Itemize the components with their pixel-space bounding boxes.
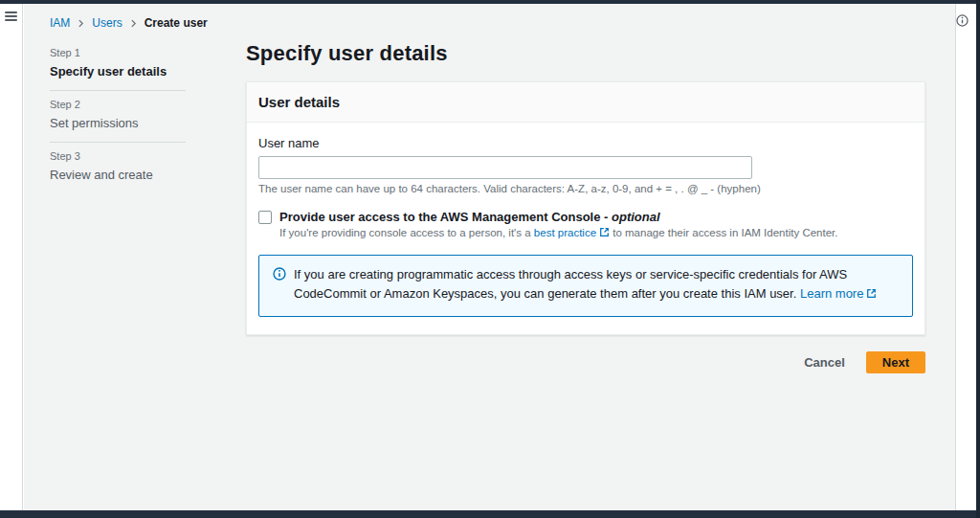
hamburger-menu-icon[interactable] bbox=[5, 11, 17, 21]
info-icon bbox=[273, 267, 286, 284]
card-body: User name The user name can have up to 6… bbox=[247, 123, 924, 334]
console-access-helper: If you're providing console access to a … bbox=[279, 227, 913, 239]
breadcrumb-current: Create user bbox=[145, 16, 208, 30]
console-access-checkbox[interactable] bbox=[258, 211, 272, 224]
step-number-label: Step 2 bbox=[50, 99, 186, 110]
user-details-card: User details User name The user name can… bbox=[246, 81, 925, 335]
step-number-label: Step 3 bbox=[50, 150, 186, 162]
programmatic-access-info-alert: If you are creating programmatic access … bbox=[258, 255, 913, 317]
main-content-area: IAM Users Create user Step 1 Specify use… bbox=[24, 4, 955, 510]
left-nav-rail bbox=[0, 4, 23, 510]
breadcrumb-link-users[interactable]: Users bbox=[92, 16, 122, 30]
step-title: Specify user details bbox=[50, 64, 186, 79]
page-title: Specify user details bbox=[246, 41, 925, 66]
wizard-step-3[interactable]: Step 3 Review and create bbox=[50, 142, 186, 193]
card-header: User details bbox=[247, 82, 924, 123]
cancel-button[interactable]: Cancel bbox=[794, 351, 855, 373]
step-title: Set permissions bbox=[50, 116, 186, 130]
external-link-icon bbox=[866, 285, 877, 304]
username-label: User name bbox=[258, 136, 913, 150]
console-access-label: Provide user access to the AWS Managemen… bbox=[279, 210, 660, 224]
best-practice-link[interactable]: best practice bbox=[534, 227, 596, 238]
username-input[interactable] bbox=[258, 156, 752, 179]
card-title: User details bbox=[258, 94, 913, 110]
wizard-step-2[interactable]: Step 2 Set permissions bbox=[50, 90, 186, 142]
wizard-steps-nav: Step 1 Specify user details Step 2 Set p… bbox=[50, 39, 186, 373]
console-bottom-bar bbox=[0, 510, 980, 518]
learn-more-link[interactable]: Learn more bbox=[800, 286, 863, 301]
chevron-right-icon bbox=[129, 19, 138, 28]
breadcrumb-link-iam[interactable]: IAM bbox=[50, 16, 70, 30]
breadcrumb: IAM Users Create user bbox=[24, 4, 955, 30]
help-info-icon[interactable] bbox=[956, 13, 976, 31]
wizard-step-1[interactable]: Step 1 Specify user details bbox=[50, 39, 186, 90]
window-right-edge bbox=[976, 0, 980, 518]
wizard-actions: Cancel Next bbox=[246, 351, 925, 373]
alert-text: If you are creating programmatic access … bbox=[294, 265, 899, 304]
chevron-right-icon bbox=[77, 19, 85, 28]
next-button[interactable]: Next bbox=[866, 351, 925, 373]
wizard-content: Specify user details User details User n… bbox=[246, 39, 925, 373]
username-constraint-text: The user name can have up to 64 characte… bbox=[258, 183, 913, 194]
external-link-icon bbox=[599, 227, 610, 239]
console-top-bar bbox=[0, 0, 980, 4]
step-number-label: Step 1 bbox=[50, 47, 186, 58]
help-panel-rail bbox=[955, 4, 976, 510]
step-title: Review and create bbox=[50, 168, 186, 182]
